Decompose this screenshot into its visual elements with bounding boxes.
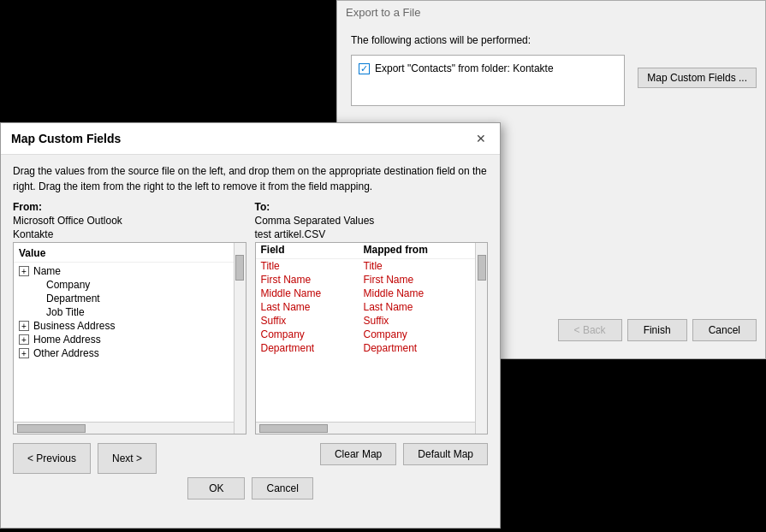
previous-button[interactable]: < Previous [13, 443, 91, 474]
list-item[interactable]: Department Department [256, 341, 488, 355]
expand-icon: + [19, 334, 29, 345]
ok-cancel-buttons: OK Cancel [1, 477, 500, 499]
h-scrollbar-thumb [17, 424, 86, 433]
left-list-box: Value + Name Company Department Job Titl… [13, 242, 246, 434]
list-item[interactable]: Department [14, 292, 246, 305]
scrollbar-thumb [478, 255, 486, 281]
right-list-box: Field Mapped from Title Title First Name… [255, 242, 489, 434]
field-col-header: Field [261, 244, 364, 256]
scrollbar-thumb [235, 255, 244, 281]
list-item[interactable]: Middle Name Middle Name [256, 287, 488, 300]
list-item[interactable]: First Name First Name [256, 273, 488, 287]
export-description: The following actions will be performed: [351, 34, 751, 46]
export-dialog-footer: < Back Finish Cancel [558, 319, 757, 341]
left-h-scrollbar[interactable] [14, 422, 234, 434]
export-action-checkbox[interactable] [359, 63, 370, 74]
left-column: From: Microsoft Office Outlook Kontakte … [13, 201, 246, 434]
map-dialog-title: Map Custom Fields [11, 132, 121, 145]
export-actions-box: Export "Contacts" from folder: Kontakte [351, 55, 625, 106]
list-item[interactable]: + Name [14, 264, 246, 278]
from-folder: Kontakte [13, 228, 246, 240]
right-list-inner: Field Mapped from Title Title First Name… [256, 243, 488, 422]
map-custom-fields-dialog: Map Custom Fields ✕ Drag the values from… [0, 122, 501, 529]
left-list-header: Value [14, 246, 246, 263]
to-dest: Comma Separated Values [255, 215, 489, 227]
right-h-scrollbar[interactable] [256, 422, 476, 434]
from-label: From: [13, 201, 246, 213]
right-list-header: Field Mapped from [256, 243, 488, 259]
list-item[interactable]: Title Title [256, 259, 488, 273]
export-action-row: Export "Contacts" from folder: Kontakte [359, 62, 617, 74]
map-dialog-columns: From: Microsoft Office Outlook Kontakte … [1, 201, 500, 434]
list-item[interactable]: + Business Address [14, 319, 246, 333]
map-action-buttons: Clear Map Default Map [320, 443, 488, 465]
list-item[interactable]: Suffix Suffix [256, 314, 488, 328]
map-dialog-titlebar: Map Custom Fields ✕ [1, 123, 500, 155]
map-custom-fields-button[interactable]: Map Custom Fields ... [638, 68, 757, 88]
map-cancel-button[interactable]: Cancel [252, 477, 312, 499]
expand-icon: + [19, 348, 29, 358]
next-button[interactable]: Next > [98, 443, 157, 474]
export-dialog-title: Export to a File [337, 1, 765, 22]
nav-buttons: < Previous Next > [13, 443, 157, 474]
export-cancel-button[interactable]: Cancel [692, 319, 757, 341]
finish-button[interactable]: Finish [627, 319, 687, 341]
h-scrollbar-thumb [259, 424, 328, 433]
list-item[interactable]: Last Name Last Name [256, 300, 488, 314]
close-icon[interactable]: ✕ [472, 130, 490, 147]
left-list-inner: Value + Name Company Department Job Titl… [14, 243, 246, 422]
expand-icon: + [19, 321, 29, 331]
list-item[interactable]: + Home Address [14, 333, 246, 346]
left-scrollbar[interactable] [234, 243, 246, 434]
to-file: test artikel.CSV [255, 228, 489, 240]
ok-button[interactable]: OK [187, 477, 245, 499]
map-dialog-actions: < Previous Next > Clear Map Default Map [1, 434, 500, 477]
list-item[interactable]: Job Title [14, 305, 246, 319]
expand-icon: + [19, 266, 29, 276]
list-item[interactable]: Company [14, 278, 246, 292]
mapped-col-header: Mapped from [364, 244, 428, 256]
list-item[interactable]: + Other Address [14, 346, 246, 360]
list-item[interactable]: Company Company [256, 328, 488, 341]
clear-map-button[interactable]: Clear Map [320, 443, 396, 465]
right-scrollbar[interactable] [475, 243, 487, 434]
default-map-button[interactable]: Default Map [403, 443, 488, 465]
back-button[interactable]: < Back [558, 319, 622, 341]
map-dialog-instructions: Drag the values from the source file on … [1, 155, 500, 201]
export-action-text: Export "Contacts" from folder: Kontakte [375, 62, 554, 74]
to-label: To: [255, 201, 489, 213]
from-source: Microsoft Office Outlook [13, 215, 246, 227]
right-column: To: Comma Separated Values test artikel.… [255, 201, 489, 434]
